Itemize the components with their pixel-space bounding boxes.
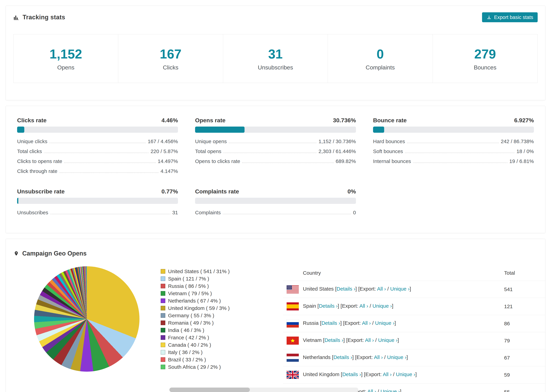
geo-opens-title-text: Campaign Geo Opens	[22, 250, 87, 257]
details-link[interactable]: Details ›	[325, 337, 343, 343]
rate-progress	[373, 126, 534, 133]
dotted-leader	[49, 143, 146, 143]
rate-progress	[195, 126, 356, 133]
export-all-link[interactable]: All ›	[359, 303, 368, 309]
scrollbar-thumb[interactable]	[170, 388, 250, 392]
export-basic-stats-button[interactable]: Export basic stats	[482, 12, 538, 22]
rate-rows: Unique clicks167 / 4.456%Total clicks220…	[17, 136, 178, 176]
table-row-russia: Russia [Details ›] [Export: All › / Uniq…	[283, 315, 545, 332]
bracket-text: ]	[415, 371, 417, 377]
rates-card: Clicks rate4.46%Unique clicks167 / 4.456…	[6, 106, 545, 233]
country-flag-vn	[287, 336, 299, 345]
rate-block-bounce-rate: Bounce rate6.927%Hard bounces242 / 86.73…	[373, 117, 534, 176]
export-basic-stats-label: Export basic stats	[494, 14, 533, 20]
export-all-link[interactable]: All ›	[377, 286, 386, 292]
rate-row: Total opens2,303 / 61.446%	[195, 147, 356, 156]
bracket-text: [	[339, 371, 342, 377]
rate-title: Bounce rate	[373, 117, 407, 124]
export-unique-link[interactable]: Unique ›	[375, 320, 395, 326]
country-name: Netherlands	[303, 354, 331, 360]
bracket-text: ] [Export:	[338, 303, 359, 309]
export-all-link[interactable]: All ›	[383, 371, 392, 377]
legend-swatch	[161, 291, 165, 296]
rate-value: 4.46%	[162, 117, 178, 124]
export-unique-link[interactable]: Unique ›	[390, 286, 410, 292]
rate-row: Hard bounces242 / 86.738%	[373, 136, 534, 147]
export-all-link[interactable]: All ›	[362, 320, 371, 326]
stat-box-unsubscribes: 31Unsubscribes	[223, 34, 328, 83]
export-all-link[interactable]: All ›	[367, 389, 376, 392]
geo-table-header-total: Total	[504, 266, 545, 281]
legend-item-united-kingdom: United Kingdom ( 59 / 3% )	[161, 304, 230, 312]
details-link[interactable]: Details ›	[337, 286, 355, 292]
geo-opens-title: Campaign Geo Opens	[14, 250, 87, 257]
stat-value: 31	[268, 47, 283, 61]
rate-row-label: Total opens	[195, 148, 221, 154]
rate-row-value: 19 / 6.81%	[509, 158, 534, 164]
bracket-text: ]	[400, 389, 401, 392]
stat-label: Opens	[57, 64, 74, 71]
details-link[interactable]: Details ›	[342, 371, 361, 377]
bracket-text: ] [Export:	[355, 286, 377, 292]
stat-value: 279	[474, 47, 496, 61]
export-unique-link[interactable]: Unique ›	[387, 354, 406, 360]
country-cell: United Kingdom [Details ›] [Export: All …	[283, 366, 504, 384]
export-all-link[interactable]: All ›	[365, 337, 374, 343]
details-link[interactable]: Details ›	[321, 320, 340, 326]
export-unique-link[interactable]: Unique ›	[396, 371, 415, 377]
rate-row-label: Soft bounces	[373, 148, 403, 154]
rate-head: Opens rate30.736%	[195, 117, 356, 124]
bracket-text: /	[392, 371, 396, 377]
rate-value: 0.77%	[162, 188, 178, 195]
rate-progress	[17, 198, 178, 204]
legend-swatch	[161, 343, 165, 347]
rate-row-label: Click through rate	[17, 168, 57, 174]
bracket-text: /	[376, 389, 380, 392]
rate-row-label: Total clicks	[17, 148, 42, 154]
dotted-leader	[223, 153, 316, 153]
bar-chart-icon	[13, 14, 19, 20]
legend-label: United Kingdom ( 59 / 3% )	[168, 305, 230, 311]
export-unique-link[interactable]: Unique ›	[378, 337, 397, 343]
legend-item-spain: Spain ( 121 / 7% )	[161, 275, 230, 282]
export-unique-link[interactable]: Unique ›	[373, 303, 392, 309]
details-link[interactable]: Details ›	[333, 354, 352, 360]
bracket-text: ]	[395, 320, 396, 326]
legend-swatch	[161, 298, 165, 303]
legend-item-russia: Russia ( 86 / 5% )	[161, 282, 230, 290]
export-unique-link[interactable]: Unique ›	[381, 389, 400, 392]
total-value: 67	[504, 349, 545, 366]
details-link[interactable]: Details ›	[319, 303, 338, 309]
rate-row-label: Hard bounces	[373, 139, 405, 144]
dotted-leader	[407, 143, 499, 143]
bracket-text: [	[322, 337, 325, 343]
tracking-stats-title: Tracking stats	[13, 14, 65, 21]
country-cell: Spain [Details ›] [Export: All › / Uniqu…	[283, 298, 504, 315]
country-flag-gb	[287, 371, 299, 379]
geo-legend: United States ( 541 / 31% )Spain ( 121 /…	[161, 268, 230, 371]
rate-block-opens-rate: Opens rate30.736%Unique opens1,152 / 30.…	[195, 117, 356, 176]
rate-block-clicks-rate: Clicks rate4.46%Unique clicks167 / 4.456…	[17, 117, 178, 176]
legend-swatch	[161, 313, 165, 318]
export-all-link[interactable]: All ›	[374, 354, 383, 360]
rate-block-complaints-rate: Complaints rate0%Complaints0	[195, 188, 356, 217]
rate-rows: Unique opens1,152 / 30.736%Total opens2,…	[195, 136, 356, 166]
rate-head: Clicks rate4.46%	[17, 117, 178, 124]
dotted-leader	[64, 162, 155, 163]
tracking-stats-page: Tracking stats Export basic stats 1,152O…	[0, 0, 551, 392]
horizontal-scrollbar[interactable]	[170, 388, 358, 392]
bracket-text: [	[334, 286, 337, 292]
rate-row-label: Unique clicks	[17, 139, 47, 144]
table-row-netherlands: Netherlands [Details ›] [Export: All › /…	[283, 349, 545, 366]
legend-label: Netherlands ( 67 / 4% )	[168, 298, 221, 304]
legend-item-france: France ( 42 / 2% )	[161, 334, 230, 341]
dotted-leader	[44, 153, 148, 153]
legend-label: South Africa ( 29 / 2% )	[168, 364, 221, 370]
bracket-text: ]	[397, 337, 399, 343]
bracket-text: [	[319, 320, 322, 326]
bracket-text: ] [Export:	[340, 320, 362, 326]
rate-title: Opens rate	[195, 117, 226, 124]
bracket-text: ] [Export:	[352, 354, 374, 360]
rate-row-label: Unique opens	[195, 139, 227, 144]
rate-row-label: Clicks to opens rate	[17, 158, 62, 164]
